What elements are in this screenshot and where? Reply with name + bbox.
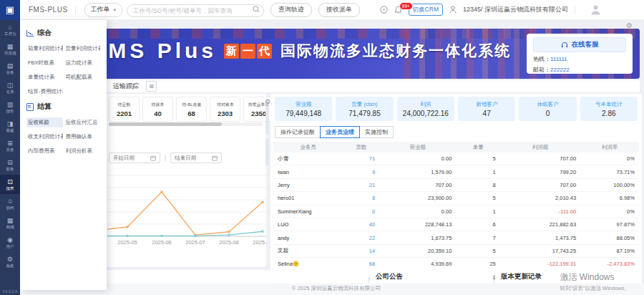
series-orange-point[interactable] bbox=[228, 231, 230, 233]
menu-item-单量统计表[interactable]: 单量统计表 bbox=[26, 72, 63, 82]
column-header-利润率[interactable]: 利润率 bbox=[580, 144, 639, 151]
todo-card-待对账单[interactable]: 待对账单2303 bbox=[210, 97, 240, 122]
menu-item-司机配载表[interactable]: 司机配载表 bbox=[64, 72, 101, 82]
table-row[interactable]: Jerry21707.008707.00100.00% bbox=[273, 179, 639, 192]
sidebar-item-报表[interactable]: ⊡报表 bbox=[0, 175, 20, 194]
track-query-button[interactable]: 查询轨迹 bbox=[270, 3, 312, 17]
watermark-line2: 转到“设置”以激活 Windows。 bbox=[560, 285, 630, 292]
end-date-picker[interactable]: 结束日期 bbox=[170, 153, 222, 163]
cell-value: 5 bbox=[456, 155, 499, 162]
series-orange-line bbox=[107, 192, 263, 235]
table-row[interactable]: Selina🙂684,939.6925-122,199.31-2,473.83% bbox=[273, 258, 639, 271]
company-account-label[interactable]: 12345/ 深圳运赢云物流科技有限公司 bbox=[463, 5, 568, 14]
search-input[interactable] bbox=[127, 4, 264, 17]
series-orange-point[interactable] bbox=[262, 201, 264, 203]
x-tick-label: 2025-07 bbox=[185, 239, 205, 246]
series-teal-point[interactable] bbox=[195, 235, 197, 237]
todo-card-待派单[interactable]: 待派单40 bbox=[142, 97, 173, 122]
sidebar-item-报价[interactable]: ▥报价 bbox=[0, 97, 20, 117]
finance-icon: ⊟ bbox=[7, 159, 13, 166]
todo-card-value: 68 bbox=[187, 110, 195, 117]
series-orange-point[interactable] bbox=[161, 191, 163, 193]
panel-settings-gear-icon[interactable]: ⚙ bbox=[265, 98, 270, 105]
tab-操作记录提醒[interactable]: 操作记录提醒 bbox=[275, 126, 321, 138]
menu-item-费用确认单[interactable]: 费用确认单 bbox=[64, 132, 101, 142]
series-teal-point[interactable] bbox=[127, 235, 129, 237]
watermark-line1: 激活 Windows bbox=[560, 271, 630, 284]
menu-item-货量利润统计表[interactable]: 货量利润统计表 bbox=[64, 44, 101, 54]
table-row[interactable]: SummerXiang00.001-111.000% bbox=[273, 205, 639, 218]
help-icon[interactable] bbox=[380, 6, 388, 14]
mail-label: 邮箱： bbox=[533, 67, 550, 73]
menu-item-结算-费用统计表[interactable]: 结算-费用统计表 bbox=[26, 87, 63, 97]
series-orange-point[interactable] bbox=[127, 226, 129, 228]
menu-item-内部费用表[interactable]: 内部费用表 bbox=[26, 146, 63, 156]
menu-item-运力统计表[interactable]: 运力统计表 bbox=[64, 58, 101, 68]
app-version-label: V3.0.2.6 bbox=[2, 289, 18, 294]
menu-item-FBX时效表[interactable]: FBX时效表 bbox=[26, 58, 63, 68]
receive-dispatch-button[interactable]: 接收派单 bbox=[318, 3, 360, 17]
sidebar-item-仓库[interactable]: ◫仓库 bbox=[0, 78, 20, 97]
sidebar-item-系统[interactable]: ⚙系统 bbox=[0, 252, 20, 271]
page-settings-gear-icon[interactable]: ⚙ bbox=[626, 21, 633, 29]
changelog-title[interactable]: 版本更新记录 bbox=[501, 272, 542, 281]
vertical-scrollbar[interactable] bbox=[265, 138, 269, 165]
table-row[interactable]: hero01823,900.0052,010.436.98% bbox=[273, 192, 639, 205]
column-header-票数[interactable]: 票数 bbox=[343, 144, 379, 151]
kpi-card-新增客户: 新增客户47 bbox=[458, 97, 515, 121]
menu-item-箱量利润统计表[interactable]: 箱量利润统计表 bbox=[26, 44, 63, 54]
sidebar-item-财务[interactable]: ⊟财务 bbox=[0, 155, 20, 175]
product-name: FMS Plus bbox=[92, 39, 217, 63]
sidebar-item-协同[interactable]: ☺协同 bbox=[0, 194, 20, 213]
todo-card-待-BL改签[interactable]: 待-BL改签68 bbox=[176, 97, 207, 122]
cell-value: 1 bbox=[456, 208, 499, 215]
menu-section-header: 结算 bbox=[26, 102, 100, 112]
tab-实施控制[interactable]: 实施控制 bbox=[359, 126, 394, 138]
table-row[interactable]: andy221,673.7571,473.7588.05% bbox=[273, 231, 639, 244]
todo-card-label: 待派单 bbox=[152, 102, 165, 108]
column-header-业务员[interactable]: 业务员 bbox=[273, 144, 343, 151]
search-icon[interactable] bbox=[253, 6, 260, 13]
sidebar-item-工作台[interactable]: ⌂工作台 bbox=[0, 20, 20, 39]
sidebar-item-供应链[interactable]: ▦供应链 bbox=[0, 39, 20, 59]
sidebar-item-业务[interactable]: ▤业务 bbox=[0, 59, 20, 78]
series-teal-point[interactable] bbox=[228, 234, 230, 236]
layout-grid-icon[interactable]: ⊞ bbox=[146, 81, 157, 92]
table-row[interactable]: 小雪710.005707.000% bbox=[273, 153, 639, 165]
tab-transport-tracking[interactable]: 运输跟踪 bbox=[113, 82, 139, 91]
table-row[interactable]: Iwan91,579.901799.2073.71% bbox=[273, 165, 639, 178]
menu-item-应收账龄[interactable]: 应收账龄 bbox=[26, 117, 63, 127]
hotline-value[interactable]: 111111 bbox=[550, 56, 567, 62]
column-header-营业额[interactable]: 营业额 bbox=[379, 144, 456, 151]
search-category-select[interactable]: 工作单 ▾ bbox=[84, 3, 123, 17]
sidebar-item-商城[interactable]: ▦商城 bbox=[0, 213, 20, 233]
online-service-button[interactable]: 在线客服 bbox=[533, 37, 626, 52]
column-header-利润额[interactable]: 利润额 bbox=[500, 144, 580, 151]
divider bbox=[75, 6, 76, 14]
series-teal-point[interactable] bbox=[161, 235, 163, 237]
todo-card-待定舱[interactable]: 待定舱2201 bbox=[109, 97, 140, 122]
vertical-scrollbar[interactable] bbox=[265, 106, 269, 135]
avatar[interactable] bbox=[590, 4, 601, 15]
column-header-单量[interactable]: 单量 bbox=[456, 144, 499, 151]
sidebar-item-客服[interactable]: ◨客服 bbox=[0, 117, 20, 136]
sidebar-item-用户[interactable]: ◉用户 bbox=[0, 233, 20, 252]
menu-item-应收应付汇总[interactable]: 应收应付汇总 bbox=[64, 117, 101, 127]
table-row[interactable]: LUO40228,748.136221,882.6397.87% bbox=[273, 218, 639, 231]
menu-item-利润分析表[interactable]: 利润分析表 bbox=[64, 146, 101, 156]
x-tick-label: 2025-09 bbox=[253, 239, 266, 246]
start-date-picker[interactable]: 开始日期 bbox=[109, 153, 160, 163]
salesperson-name: 文超 bbox=[273, 247, 343, 254]
table-row[interactable]: 文超1420,359.10517,743.2587.19% bbox=[273, 245, 639, 258]
divider bbox=[575, 6, 575, 14]
notifications-bell-icon[interactable]: 99+ bbox=[394, 6, 402, 14]
tab-业务员业绩[interactable]: 业务员业绩 bbox=[320, 126, 360, 138]
switch-crm-button[interactable]: 切换CRM bbox=[409, 4, 443, 16]
announcements-title[interactable]: 公司公告 bbox=[376, 272, 403, 281]
menu-item-收支利润统计表[interactable]: 收支利润统计表 bbox=[26, 132, 63, 142]
sidebar-item-关务[interactable]: ⊞关务 bbox=[0, 136, 20, 155]
mail-value[interactable]: 222222 bbox=[550, 67, 570, 73]
series-teal-point[interactable] bbox=[262, 231, 264, 233]
horizontal-scrollbar[interactable] bbox=[109, 122, 222, 126]
app-logo-icon[interactable]: ▣ bbox=[0, 0, 20, 20]
